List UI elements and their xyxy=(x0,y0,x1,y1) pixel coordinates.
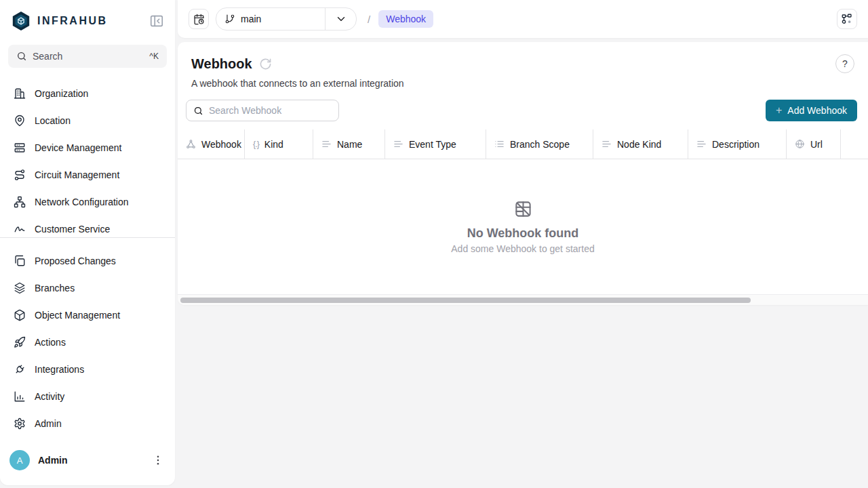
sidebar-divider xyxy=(0,237,175,238)
sidebar-item-network-configuration[interactable]: Network Configuration xyxy=(4,188,171,216)
globe-icon xyxy=(795,139,805,149)
column-label: Node Kind xyxy=(617,139,661,150)
branch-selector[interactable]: main xyxy=(216,7,357,30)
sidebar-search-input[interactable] xyxy=(33,51,144,62)
schema-visualizer-button[interactable] xyxy=(837,9,857,29)
column-header-description[interactable]: Description xyxy=(688,129,787,159)
list-icon xyxy=(494,139,505,149)
sidebar-item-label: Proposed Changes xyxy=(35,256,116,266)
sidebar-item-activity[interactable]: Activity xyxy=(4,383,171,410)
column-header-event-type[interactable]: Event Type xyxy=(385,129,486,159)
building-icon xyxy=(14,87,26,100)
table-scrollbar-track[interactable] xyxy=(178,294,868,305)
server-icon xyxy=(14,142,26,154)
time-travel-button[interactable] xyxy=(189,9,209,29)
column-label: Name xyxy=(337,139,362,150)
search-icon xyxy=(193,106,203,116)
column-label: Webhook xyxy=(201,139,241,150)
branch-selector-value: main xyxy=(216,14,325,24)
column-label: Kind xyxy=(264,139,283,150)
webhook-search[interactable] xyxy=(186,100,339,121)
sidebar-item-label: Activity xyxy=(35,391,64,402)
relationship-icon xyxy=(186,139,196,149)
sidebar-item-circuit-management[interactable]: Circuit Management xyxy=(4,161,171,188)
column-label: Event Type xyxy=(409,139,456,150)
bar-chart-icon xyxy=(14,390,26,403)
refresh-icon[interactable] xyxy=(259,58,272,70)
column-header-url[interactable]: Url xyxy=(787,129,841,159)
sidebar-item-object-management[interactable]: Object Management xyxy=(4,302,171,329)
sidebar-item-proposed-changes[interactable]: Proposed Changes xyxy=(4,247,171,274)
sidebar-item-label: Network Configuration xyxy=(35,197,129,207)
empty-state-title: No Webhook found xyxy=(467,226,579,241)
sidebar-item-admin[interactable]: Admin xyxy=(4,410,171,437)
search-icon xyxy=(16,51,27,62)
braces-icon: {.} xyxy=(253,140,259,149)
branch-name: main xyxy=(241,14,261,24)
sidebar: INFRAHUB ^K Organization Location Device… xyxy=(0,0,175,485)
sidebar-header: INFRAHUB xyxy=(0,0,175,38)
infrahub-logo[interactable]: INFRAHUB xyxy=(11,11,108,31)
column-header-webhook[interactable]: Webhook xyxy=(178,129,245,159)
empty-state: No Webhook found Add some Webhook to get… xyxy=(178,159,868,294)
network-icon xyxy=(14,196,26,208)
user-menu[interactable]: A Admin xyxy=(0,442,175,485)
rocket-icon xyxy=(14,336,26,348)
git-branch-icon xyxy=(224,14,235,24)
breadcrumb-webhook[interactable]: Webhook xyxy=(378,10,433,28)
help-button[interactable]: ? xyxy=(835,54,854,73)
branch-selector-caret[interactable] xyxy=(325,8,356,30)
column-header-node-kind[interactable]: Node Kind xyxy=(593,129,688,159)
sidebar-item-organization[interactable]: Organization xyxy=(4,80,171,107)
map-pin-icon xyxy=(14,115,26,127)
sidebar-item-label: Admin xyxy=(35,418,62,429)
plug-icon xyxy=(14,363,26,375)
page-background xyxy=(178,305,868,488)
text-icon xyxy=(696,139,707,149)
column-label: Description xyxy=(712,139,760,150)
app-root: INFRAHUB ^K Organization Location Device… xyxy=(0,0,868,488)
main-area: main / Webhook Webhook ? A webhook tha xyxy=(178,0,868,488)
sidebar-nav-primary: Organization Location Device Management … xyxy=(0,80,175,237)
add-webhook-label: Add Webhook xyxy=(787,105,847,116)
kebab-menu-icon[interactable] xyxy=(152,454,164,466)
sidebar-spacer xyxy=(0,437,175,442)
column-header-filler xyxy=(841,129,868,159)
text-icon xyxy=(321,139,332,149)
copy-icon xyxy=(14,255,26,267)
column-label: Branch Scope xyxy=(510,139,570,150)
layers-icon xyxy=(14,282,26,294)
column-header-kind[interactable]: {.} Kind xyxy=(245,129,313,159)
sidebar-item-customer-service[interactable]: Customer Service xyxy=(4,216,171,237)
sidebar-collapse-button[interactable] xyxy=(148,12,165,30)
schema-graph-icon xyxy=(841,13,853,25)
table-scrollbar-thumb[interactable] xyxy=(180,298,751,303)
infrahub-logo-icon xyxy=(11,11,31,31)
add-webhook-button[interactable]: + Add Webhook xyxy=(766,100,857,121)
chevron-down-icon xyxy=(335,13,347,25)
plus-icon: + xyxy=(776,105,782,116)
sidebar-item-integrations[interactable]: Integrations xyxy=(4,356,171,383)
sidebar-item-actions[interactable]: Actions xyxy=(4,329,171,356)
sidebar-item-label: Branches xyxy=(35,283,75,293)
sidebar-item-branches[interactable]: Branches xyxy=(4,274,171,302)
sidebar-nav-secondary: Proposed Changes Branches Object Managem… xyxy=(0,247,175,437)
sidebar-item-label: Location xyxy=(35,115,71,126)
page-title: Webhook xyxy=(191,56,252,72)
search-shortcut: ^K xyxy=(149,52,159,61)
webhook-search-input[interactable] xyxy=(209,105,332,116)
sidebar-item-label: Object Management xyxy=(35,310,120,321)
table-header-row: Webhook {.} Kind Name Event Type Branch … xyxy=(178,129,868,159)
column-header-branch-scope[interactable]: Branch Scope xyxy=(486,129,593,159)
no-data-table-icon xyxy=(514,200,532,218)
avatar: A xyxy=(9,450,30,470)
sidebar-item-label: Device Management xyxy=(35,142,121,153)
column-header-name[interactable]: Name xyxy=(313,129,385,159)
sidebar-item-device-management[interactable]: Device Management xyxy=(4,134,171,161)
sidebar-search[interactable]: ^K xyxy=(8,45,167,68)
panel-collapse-icon xyxy=(149,14,164,28)
breadcrumb-separator: / xyxy=(368,14,370,25)
sidebar-item-label: Actions xyxy=(35,337,66,348)
sidebar-item-location[interactable]: Location xyxy=(4,107,171,134)
text-icon xyxy=(393,139,403,149)
